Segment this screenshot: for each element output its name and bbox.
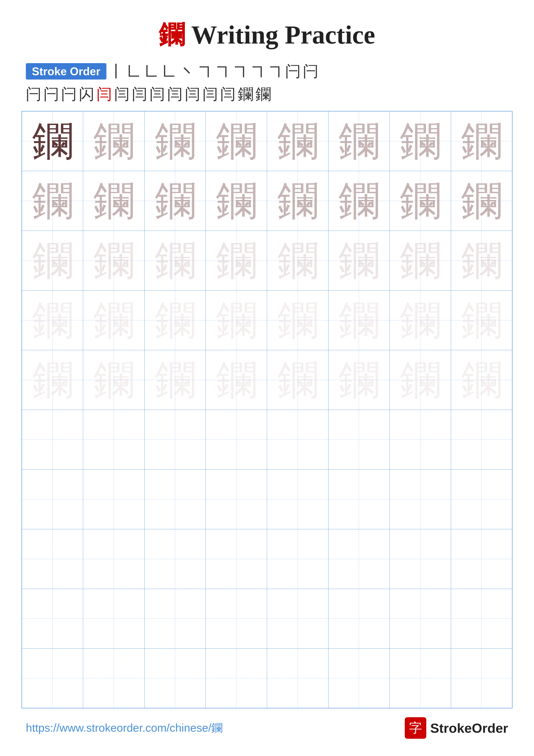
- table-row[interactable]: [144, 470, 206, 529]
- table-row[interactable]: 鑭: [22, 230, 83, 290]
- stroke-6: ㇕: [197, 61, 213, 82]
- table-row[interactable]: 鑭: [83, 290, 144, 350]
- table-row[interactable]: [206, 410, 267, 470]
- table-row[interactable]: [206, 648, 267, 708]
- table-row[interactable]: [328, 648, 390, 708]
- table-row[interactable]: 鑭: [206, 111, 267, 171]
- table-row[interactable]: [83, 470, 144, 529]
- table-row[interactable]: [83, 529, 144, 589]
- practice-char: 鑭: [32, 121, 73, 162]
- stroke-order-row-2: 闩 闩 闩 闪 闫 闫 闫 闫 闫 闫 闫 闫 鑭 鑭: [26, 84, 508, 104]
- table-row[interactable]: 鑭: [328, 171, 390, 230]
- table-row[interactable]: 鑭: [390, 111, 451, 171]
- table-row[interactable]: [144, 529, 206, 589]
- brand-icon: 字: [405, 717, 426, 739]
- table-row[interactable]: 鑭: [451, 230, 512, 290]
- table-row[interactable]: 鑭: [267, 350, 328, 410]
- table-row[interactable]: 鑭: [390, 230, 451, 290]
- table-row[interactable]: 鑭: [22, 290, 83, 350]
- table-row[interactable]: [144, 410, 206, 470]
- table-row[interactable]: 鑭: [390, 350, 451, 410]
- table-row[interactable]: 鑭: [451, 171, 512, 230]
- table-row[interactable]: [390, 410, 451, 470]
- table-row[interactable]: 鑭: [451, 290, 512, 350]
- table-row[interactable]: 鑭: [206, 350, 267, 410]
- table-row[interactable]: [328, 410, 390, 470]
- table-row[interactable]: 鑭: [267, 290, 328, 350]
- table-row[interactable]: 鑭: [206, 290, 267, 350]
- table-row[interactable]: [267, 589, 328, 648]
- table-row[interactable]: 鑭: [144, 171, 206, 230]
- table-row[interactable]: [267, 648, 328, 708]
- table-row[interactable]: [451, 648, 512, 708]
- table-row[interactable]: 鑭: [267, 171, 328, 230]
- table-row[interactable]: 鑭: [144, 111, 206, 171]
- table-row[interactable]: [328, 589, 390, 648]
- table-row[interactable]: [328, 529, 390, 589]
- table-row[interactable]: [390, 589, 451, 648]
- table-row[interactable]: [22, 470, 83, 529]
- table-row[interactable]: 鑭: [267, 230, 328, 290]
- table-row[interactable]: [390, 529, 451, 589]
- stroke-1: 丨: [109, 61, 124, 82]
- table-row[interactable]: [206, 589, 267, 648]
- stroke-2: ㇗: [126, 61, 142, 82]
- table-row[interactable]: 鑭: [451, 350, 512, 410]
- table-row[interactable]: 鑭: [390, 290, 451, 350]
- table-row[interactable]: [83, 648, 144, 708]
- table-row[interactable]: [451, 529, 512, 589]
- table-row[interactable]: 鑭: [206, 230, 267, 290]
- practice-char: 鑭: [216, 121, 257, 162]
- table-row[interactable]: 鑭: [83, 230, 144, 290]
- table-row[interactable]: 鑭: [328, 350, 390, 410]
- table-row[interactable]: [144, 648, 206, 708]
- table-row[interactable]: [83, 410, 144, 470]
- table-row[interactable]: 鑭: [328, 111, 390, 171]
- practice-char: 鑭: [32, 180, 73, 221]
- table-row[interactable]: 鑭: [144, 350, 206, 410]
- table-row[interactable]: 鑭: [83, 111, 144, 171]
- practice-char: 鑭: [400, 240, 441, 281]
- stroke-3: ㇗: [144, 61, 159, 82]
- table-row[interactable]: 鑭: [83, 350, 144, 410]
- table-row[interactable]: [206, 529, 267, 589]
- table-row[interactable]: [451, 470, 512, 529]
- table-row[interactable]: 鑭: [206, 171, 267, 230]
- table-row[interactable]: [22, 589, 83, 648]
- table-row[interactable]: 鑭: [451, 111, 512, 171]
- table-row[interactable]: [83, 589, 144, 648]
- table-row[interactable]: 鑭: [22, 171, 83, 230]
- practice-char: 鑭: [461, 121, 502, 162]
- table-row[interactable]: 鑭: [328, 290, 390, 350]
- table-row[interactable]: 鑭: [22, 111, 83, 171]
- table-row[interactable]: 鑭: [328, 230, 390, 290]
- table-row[interactable]: [144, 589, 206, 648]
- table-row[interactable]: [22, 648, 83, 708]
- table-row[interactable]: 鑭: [390, 171, 451, 230]
- stroke-9: ㇕: [250, 61, 266, 82]
- table-row[interactable]: [267, 410, 328, 470]
- table-row[interactable]: [451, 589, 512, 648]
- table-row[interactable]: 鑭: [83, 171, 144, 230]
- stroke-8: ㇕: [232, 61, 248, 82]
- footer-brand: 字 StrokeOrder: [405, 717, 508, 739]
- table-row[interactable]: [22, 410, 83, 470]
- table-row[interactable]: [22, 529, 83, 589]
- table-row[interactable]: [451, 410, 512, 470]
- practice-char: 鑭: [155, 121, 195, 162]
- practice-char: 鑭: [32, 360, 73, 400]
- table-row[interactable]: 鑭: [144, 290, 206, 350]
- stroke-11: 闩: [285, 61, 301, 82]
- table-row[interactable]: [390, 648, 451, 708]
- table-row[interactable]: [267, 470, 328, 529]
- table-row[interactable]: 鑭: [22, 350, 83, 410]
- footer-url[interactable]: https://www.strokeorder.com/chinese/鑭: [26, 720, 222, 736]
- table-row[interactable]: [328, 470, 390, 529]
- practice-char: 鑭: [461, 360, 502, 400]
- table-row[interactable]: [206, 470, 267, 529]
- table-row[interactable]: 鑭: [144, 230, 206, 290]
- table-row[interactable]: 鑭: [267, 111, 328, 171]
- table-row[interactable]: [267, 529, 328, 589]
- stroke-17: 闫: [96, 84, 112, 104]
- table-row[interactable]: [390, 470, 451, 529]
